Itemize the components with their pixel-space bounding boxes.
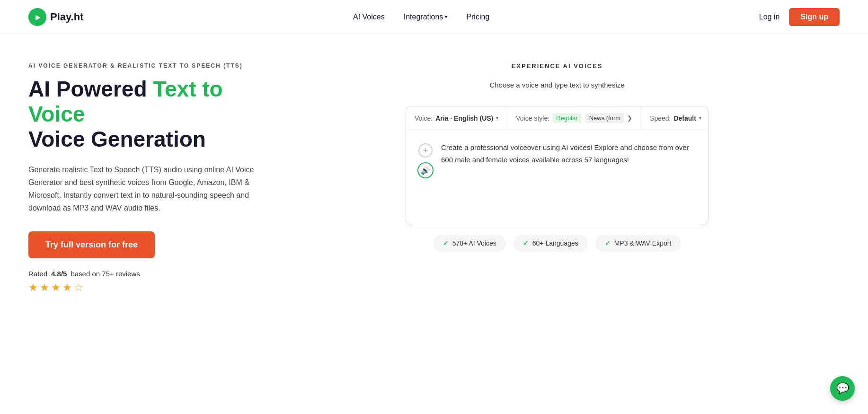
style-label: Voice style: bbox=[516, 115, 549, 122]
star-1: ★ bbox=[28, 282, 38, 294]
tts-widget: Voice: Aria · English (US) ▾ Voice style… bbox=[406, 106, 709, 225]
star-rating: ★ ★ ★ ★ ☆ bbox=[28, 282, 256, 294]
check-icon-2: ✓ bbox=[523, 239, 529, 247]
signup-button[interactable]: Sign up bbox=[789, 8, 840, 26]
badge-languages-label: 60+ Languages bbox=[532, 239, 578, 247]
nav-links: AI Voices Integrations ▾ Pricing bbox=[353, 13, 489, 21]
style-chips: Regular News (form bbox=[552, 113, 624, 123]
badge-languages: ✓ 60+ Languages bbox=[514, 235, 588, 252]
experience-title: EXPERIENCE AI VOICES bbox=[512, 62, 603, 70]
login-button[interactable]: Log in bbox=[759, 13, 780, 21]
voice-label: Voice: bbox=[415, 115, 433, 122]
tts-demo-text[interactable]: Create a professional voiceover using AI… bbox=[441, 141, 697, 213]
voice-value: Aria · English (US) bbox=[435, 115, 493, 122]
nav-actions: Log in Sign up bbox=[759, 8, 840, 26]
hero-description: Generate realistic Text to Speech (TTS) … bbox=[28, 163, 256, 215]
cta-button[interactable]: Try full version for free bbox=[28, 231, 155, 258]
hero-eyebrow: AI VOICE GENERATOR & REALISTIC TEXT TO S… bbox=[28, 62, 256, 69]
tts-controls: + 🔊 bbox=[417, 141, 434, 213]
star-2: ★ bbox=[40, 282, 49, 294]
speed-dropdown-arrow: ▾ bbox=[699, 115, 701, 121]
speed-label: Speed: bbox=[650, 115, 671, 122]
badge-export-label: MP3 & WAV Export bbox=[614, 239, 672, 247]
check-icon-3: ✓ bbox=[605, 239, 611, 247]
hero-right: EXPERIENCE AI VOICES Choose a voice and … bbox=[275, 62, 840, 252]
voice-style-selector[interactable]: Voice style: Regular News (form ❯ bbox=[507, 106, 641, 130]
star-4: ★ bbox=[62, 282, 72, 294]
check-icon-1: ✓ bbox=[443, 239, 449, 247]
logo-icon bbox=[28, 8, 46, 26]
speed-selector[interactable]: Speed: Default ▾ bbox=[641, 108, 709, 129]
nav-pricing[interactable]: Pricing bbox=[466, 13, 489, 21]
hero-section: AI VOICE GENERATOR & REALISTIC TEXT TO S… bbox=[0, 34, 868, 313]
tts-toolbar: Voice: Aria · English (US) ▾ Voice style… bbox=[406, 106, 708, 130]
add-block-button[interactable]: + bbox=[418, 143, 433, 158]
badge-export: ✓ MP3 & WAV Export bbox=[595, 235, 681, 252]
rating-prefix: Rated bbox=[28, 270, 47, 278]
badge-voices: ✓ 570+ AI Voices bbox=[434, 235, 506, 252]
integrations-dropdown-arrow: ▾ bbox=[445, 14, 447, 19]
rating-suffix: based on 75+ reviews bbox=[71, 270, 140, 278]
play-button[interactable]: 🔊 bbox=[417, 162, 434, 178]
star-3: ★ bbox=[51, 282, 61, 294]
star-5: ☆ bbox=[74, 282, 83, 294]
voice-selector[interactable]: Voice: Aria · English (US) ▾ bbox=[406, 108, 507, 129]
speed-value: Default bbox=[673, 115, 696, 122]
nav-ai-voices[interactable]: AI Voices bbox=[353, 13, 385, 21]
style-news[interactable]: News (form bbox=[585, 113, 624, 123]
nav-integrations[interactable]: Integrations ▾ bbox=[404, 13, 448, 21]
heading-part3: Voice Generation bbox=[28, 127, 206, 151]
speaker-icon: 🔊 bbox=[421, 166, 430, 175]
style-regular[interactable]: Regular bbox=[552, 113, 582, 123]
badge-voices-label: 570+ AI Voices bbox=[452, 239, 496, 247]
logo[interactable]: Play.ht bbox=[28, 8, 84, 26]
feature-badges: ✓ 570+ AI Voices ✓ 60+ Languages ✓ MP3 &… bbox=[434, 235, 681, 252]
rating-row: Rated 4.8/5 based on 75+ reviews ★ ★ ★ ★… bbox=[28, 270, 256, 294]
navbar: Play.ht AI Voices Integrations ▾ Pricing… bbox=[0, 0, 868, 34]
style-more-arrow[interactable]: ❯ bbox=[627, 115, 632, 122]
voice-dropdown-arrow: ▾ bbox=[496, 115, 498, 121]
rating-value: 4.8/5 bbox=[51, 270, 67, 278]
experience-subtitle: Choose a voice and type text to synthesi… bbox=[489, 81, 624, 89]
hero-left: AI VOICE GENERATOR & REALISTIC TEXT TO S… bbox=[28, 62, 256, 294]
logo-text: Play.ht bbox=[50, 11, 84, 23]
heading-part1: AI Powered bbox=[28, 77, 153, 101]
hero-heading: AI Powered Text to VoiceVoice Generation bbox=[28, 77, 256, 152]
tts-body: + 🔊 Create a professional voiceover usin… bbox=[406, 130, 708, 225]
